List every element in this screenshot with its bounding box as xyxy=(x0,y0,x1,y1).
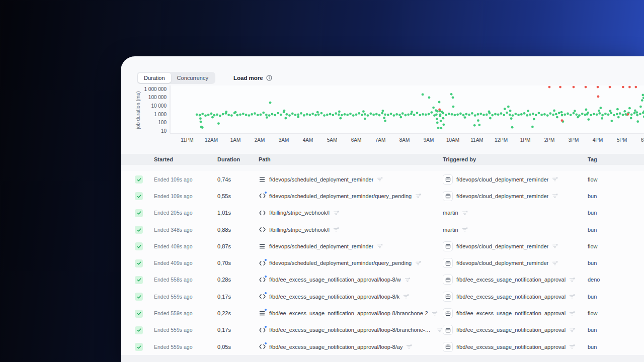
triggered-by-link[interactable]: martin xyxy=(443,210,458,216)
table-row[interactable]: Ended 559s ago0,05sf/bd/ee_excess_usage_… xyxy=(121,338,644,355)
table-header-triggered-by: Triggered by xyxy=(443,156,588,162)
filter-by-path-icon[interactable] xyxy=(333,210,339,216)
triggered-by-link[interactable]: f/devops/cloud_deployment_reminder xyxy=(456,243,548,249)
tab-concurrency[interactable]: Concurrency xyxy=(171,73,214,83)
triggered-by-link[interactable]: f/devops/cloud_deployment_reminder xyxy=(456,260,548,266)
filter-by-path-icon[interactable] xyxy=(333,227,339,232)
schedule-icon xyxy=(443,325,453,335)
triggered-by-link[interactable]: f/bd/ee_excess_usage_notification_approv… xyxy=(456,344,566,350)
filter-by-trigger-icon[interactable] xyxy=(552,176,558,182)
filter-by-trigger-icon[interactable] xyxy=(569,311,575,316)
path-cell: f/billing/stripe_webhook/l xyxy=(259,227,443,233)
table-row[interactable]: Ended 205s ago1,01sf/billing/stripe_webh… xyxy=(121,205,644,221)
svg-text:100: 100 xyxy=(158,120,167,125)
filter-by-path-icon[interactable] xyxy=(415,260,421,266)
filter-by-trigger-icon[interactable] xyxy=(569,294,575,299)
svg-text:8AM: 8AM xyxy=(399,137,410,143)
path-link[interactable]: f/bd/ee_excess_usage_notification_approv… xyxy=(269,310,428,316)
table-row[interactable]: Ended 559s ago0,22sf/bd/ee_excess_usage_… xyxy=(121,305,644,321)
filter-by-path-icon[interactable] xyxy=(406,344,412,349)
path-link[interactable]: f/billing/stripe_webhook/l xyxy=(269,227,330,233)
table-header-started: Started xyxy=(154,156,217,162)
path-link[interactable]: f/bd/ee_excess_usage_notification_approv… xyxy=(269,327,433,333)
started-cell: Ended 348s ago xyxy=(154,227,217,233)
duration-cell: 0,87s xyxy=(217,243,259,249)
path-link[interactable]: f/devops/scheduled_deployment_reminder xyxy=(269,243,373,249)
filter-by-path-icon[interactable] xyxy=(403,294,409,299)
started-cell: Ended 559s ago xyxy=(154,344,217,350)
runs-table-body: Ended 109s ago0,74sf/devops/scheduled_de… xyxy=(121,171,644,355)
triggered-by-link[interactable]: f/devops/cloud_deployment_reminder xyxy=(456,193,548,199)
path-cell: f/devops/scheduled_deployment_reminder/q… xyxy=(259,260,443,266)
load-more-label: Load more xyxy=(233,75,263,81)
code-icon xyxy=(259,210,266,216)
table-row[interactable]: Ended 409s ago0,87sf/devops/scheduled_de… xyxy=(121,238,644,254)
filter-by-trigger-icon[interactable] xyxy=(569,344,575,349)
svg-text:1 000 000: 1 000 000 xyxy=(144,86,167,92)
new-version-dot xyxy=(265,292,267,294)
started-cell: Ended 109s ago xyxy=(154,176,217,183)
duration-cell: 0,17s xyxy=(217,294,259,300)
path-cell: f/bd/ee_excess_usage_notification_approv… xyxy=(259,327,443,333)
filter-by-path-icon[interactable] xyxy=(405,277,411,283)
status-cell xyxy=(135,225,154,234)
filter-by-path-icon[interactable] xyxy=(377,243,383,249)
triggered-by-link[interactable]: f/bd/ee_excess_usage_notification_approv… xyxy=(456,277,566,283)
filter-by-path-icon[interactable] xyxy=(415,193,421,199)
path-link[interactable]: f/devops/scheduled_deployment_reminder xyxy=(269,176,373,183)
filter-by-path-icon[interactable] xyxy=(432,311,438,316)
table-header-path: Path xyxy=(259,156,443,162)
filter-by-trigger-icon[interactable] xyxy=(462,227,468,232)
filter-by-path-icon[interactable] xyxy=(377,176,383,182)
status-cell xyxy=(135,192,154,201)
svg-text:6AM: 6AM xyxy=(351,137,362,143)
svg-text:11PM: 11PM xyxy=(181,137,193,143)
job-success-icon xyxy=(135,226,143,234)
status-cell xyxy=(135,258,154,267)
path-cell: f/bd/ee_excess_usage_notification_approv… xyxy=(259,344,443,350)
table-row[interactable]: Ended 559s ago0,17sf/bd/ee_excess_usage_… xyxy=(121,322,644,338)
path-link[interactable]: f/devops/scheduled_deployment_reminder/q… xyxy=(269,260,412,266)
path-link[interactable]: f/billing/stripe_webhook/l xyxy=(269,210,330,216)
filter-by-trigger-icon[interactable] xyxy=(552,260,558,266)
flow-icon xyxy=(259,176,266,183)
new-version-dot xyxy=(265,276,267,278)
triggered-by-link[interactable]: f/bd/ee_excess_usage_notification_approv… xyxy=(456,327,566,333)
duration-cell: 0,74s xyxy=(217,176,259,183)
filter-by-trigger-icon[interactable] xyxy=(462,210,468,216)
filter-by-trigger-icon[interactable] xyxy=(569,327,575,333)
code-icon xyxy=(259,344,266,349)
triggered-by-link[interactable]: f/bd/ee_excess_usage_notification_approv… xyxy=(456,310,566,316)
svg-text:3PM: 3PM xyxy=(569,137,579,143)
filter-by-trigger-icon[interactable] xyxy=(552,243,558,249)
triggered-by-link[interactable]: f/devops/cloud_deployment_reminder xyxy=(456,176,548,183)
svg-text:10 000: 10 000 xyxy=(151,103,167,109)
path-link[interactable]: f/bd/ee_excess_usage_notification_approv… xyxy=(269,294,399,300)
path-link[interactable]: f/bd/ee_excess_usage_notification_approv… xyxy=(269,277,401,283)
table-row[interactable]: Ended 409s ago0,70sf/devops/scheduled_de… xyxy=(121,254,644,271)
svg-text:3AM: 3AM xyxy=(279,137,289,143)
load-more-button[interactable]: Load more xyxy=(233,75,272,81)
status-cell xyxy=(135,208,154,217)
tag-cell: flow xyxy=(588,310,644,316)
path-link[interactable]: f/devops/scheduled_deployment_reminder/q… xyxy=(269,193,412,199)
table-row[interactable]: Ended 348s ago0,88sf/billing/stripe_webh… xyxy=(121,221,644,238)
table-row[interactable]: Ended 558s ago0,28sf/bd/ee_excess_usage_… xyxy=(121,272,644,288)
duration-cell: 0,28s xyxy=(217,277,259,283)
job-success-icon xyxy=(135,242,143,250)
filter-by-trigger-icon[interactable] xyxy=(569,277,575,283)
tab-duration[interactable]: Duration xyxy=(138,73,171,83)
table-row[interactable]: Ended 559s ago0,17sf/bd/ee_excess_usage_… xyxy=(121,288,644,305)
svg-text:1AM: 1AM xyxy=(230,137,241,143)
filter-by-path-icon[interactable] xyxy=(437,327,443,333)
tag-cell: bun xyxy=(588,294,644,300)
table-row[interactable]: Ended 109s ago0,74sf/devops/scheduled_de… xyxy=(121,171,644,188)
info-icon[interactable] xyxy=(266,75,272,81)
triggered-by-link[interactable]: f/bd/ee_excess_usage_notification_approv… xyxy=(456,294,566,300)
tag-cell: deno xyxy=(588,277,644,283)
filter-by-trigger-icon[interactable] xyxy=(552,193,558,199)
table-row[interactable]: Ended 109s ago0,55sf/devops/scheduled_de… xyxy=(121,188,644,204)
chart-mode-tabs: Duration Concurrency xyxy=(137,72,215,84)
path-link[interactable]: f/bd/ee_excess_usage_notification_approv… xyxy=(269,344,403,350)
triggered-by-link[interactable]: martin xyxy=(443,227,458,233)
